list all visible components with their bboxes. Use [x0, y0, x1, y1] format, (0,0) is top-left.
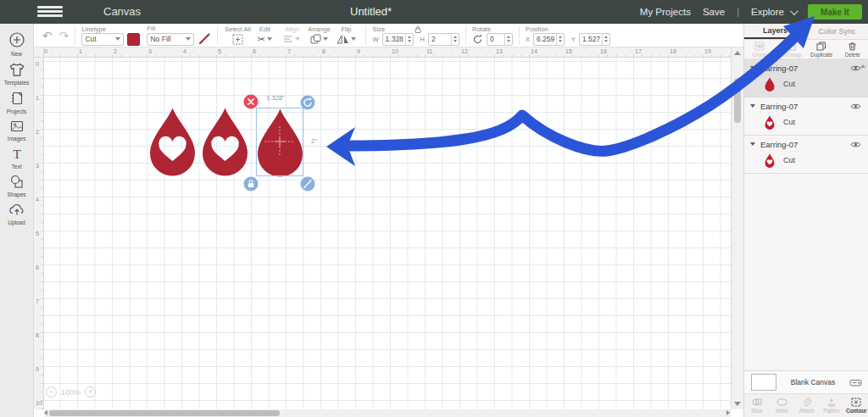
- contour-button[interactable]: Contour: [844, 398, 868, 414]
- layer-list: Earring-07 Cut Earring-07: [744, 59, 868, 174]
- panel-footer: Slice Weld Attach Flatten: [744, 393, 868, 417]
- edit-menu-button[interactable]: Edit ✂: [251, 24, 278, 47]
- tab-color-sync[interactable]: Color Sync: [806, 24, 868, 39]
- group-button[interactable]: Group: [744, 42, 776, 58]
- sidebar-item-projects[interactable]: Projects: [0, 90, 34, 114]
- my-projects-link[interactable]: My Projects: [640, 7, 691, 17]
- delete-handle[interactable]: [244, 95, 259, 109]
- visibility-eye-icon[interactable]: [850, 103, 861, 110]
- flatten-button[interactable]: Flatten: [819, 398, 843, 414]
- zoom-out-button[interactable]: −: [46, 386, 57, 398]
- blank-canvas-label: Blank Canvas: [776, 378, 849, 386]
- layer-group-3[interactable]: Earring-07 Cut: [744, 136, 868, 174]
- caret-down-icon: [115, 37, 120, 41]
- flip-label: Flip: [341, 25, 351, 33]
- height-value: 2: [429, 35, 451, 43]
- scroll-up-arrow[interactable]: [734, 51, 741, 55]
- chevron-down-icon[interactable]: [750, 66, 755, 70]
- weld-label: Weld: [776, 408, 787, 414]
- x-label: X: [526, 36, 530, 43]
- sidebar-item-upload[interactable]: Upload: [0, 202, 34, 225]
- teardrop-shape-1[interactable]: [150, 108, 195, 176]
- design-canvas[interactable]: 01234567891011121314151617181920 0123456…: [34, 47, 743, 417]
- tab-layers[interactable]: Layers: [744, 24, 806, 39]
- sidebar-item-new[interactable]: New: [0, 31, 34, 57]
- layer-row-cut[interactable]: Cut: [744, 75, 868, 93]
- sidebar-item-shapes[interactable]: Shapes: [0, 174, 34, 197]
- save-link[interactable]: Save: [703, 7, 725, 17]
- vertical-scroll-thumb[interactable]: [734, 78, 741, 123]
- layer-group-header[interactable]: Earring-07: [744, 137, 868, 151]
- top-bar: Canvas Untitled* My Projects Save | Expl…: [0, 0, 868, 24]
- chevron-down-icon: [790, 7, 798, 15]
- machine-icon[interactable]: [849, 378, 862, 387]
- layer-group-1[interactable]: Earring-07 Cut: [744, 59, 868, 97]
- sidebar-item-templates[interactable]: Templates: [0, 61, 34, 86]
- layer-row-cut[interactable]: Cut: [744, 113, 868, 131]
- scroll-right-arrow[interactable]: [726, 410, 730, 415]
- explore-dropdown[interactable]: Explore: [751, 7, 796, 17]
- width-stepper[interactable]: [405, 34, 413, 45]
- sidebar-item-images[interactable]: Images: [0, 119, 34, 142]
- rotate-stepper[interactable]: [504, 34, 512, 45]
- layer-group-2[interactable]: Earring-07 Cut: [744, 97, 868, 136]
- scroll-down-arrow[interactable]: [734, 402, 741, 406]
- duplicate-button[interactable]: Duplicate: [806, 42, 837, 58]
- y-stepper[interactable]: [602, 34, 609, 45]
- teardrop-shape-2[interactable]: [203, 108, 248, 176]
- scroll-left-arrow[interactable]: [44, 410, 47, 415]
- attach-button[interactable]: Attach: [794, 398, 819, 414]
- linetype-color-swatch[interactable]: [127, 33, 140, 46]
- horizontal-scroll-thumb[interactable]: [49, 410, 280, 416]
- paperclip-icon: [802, 398, 811, 407]
- vertical-scrollbar[interactable]: [731, 47, 743, 409]
- rotate-input[interactable]: 0: [487, 33, 513, 46]
- weld-button[interactable]: Weld: [769, 398, 793, 414]
- y-position-input[interactable]: 1.527: [579, 33, 610, 46]
- visibility-eye-icon[interactable]: [850, 141, 861, 148]
- hamburger-menu-icon[interactable]: [37, 6, 63, 18]
- align-icon: [283, 35, 293, 43]
- arrange-menu-button[interactable]: Arrange: [305, 24, 332, 47]
- ungroup-button[interactable]: UnGroup: [776, 42, 807, 58]
- layer-group-header[interactable]: Earring-07: [744, 61, 868, 75]
- horizontal-scrollbar[interactable]: [44, 409, 731, 417]
- list-scroll-up-arrow[interactable]: [860, 64, 865, 68]
- select-all-button[interactable]: Select All: [224, 24, 251, 47]
- lock-handle[interactable]: [244, 177, 259, 192]
- fill-select[interactable]: No Fill: [147, 33, 194, 46]
- align-menu-button[interactable]: Align: [278, 24, 305, 47]
- sidebar-label: Templates: [4, 80, 30, 86]
- layer-group-header[interactable]: Earring-07: [744, 99, 868, 113]
- resize-handle[interactable]: [301, 177, 315, 192]
- aspect-lock-icon[interactable]: [414, 25, 422, 33]
- width-input[interactable]: 1.328: [382, 33, 414, 46]
- delete-button[interactable]: Delete: [837, 42, 868, 58]
- chevron-down-icon[interactable]: [750, 104, 755, 108]
- left-sidebar: New Templates Projects Images T Text: [0, 24, 34, 417]
- blank-canvas-swatch[interactable]: [751, 374, 776, 391]
- rotate-icon: [472, 34, 483, 45]
- make-it-button[interactable]: Make It: [808, 4, 862, 19]
- width-label: W: [372, 36, 378, 43]
- fill-label: Fill: [147, 25, 211, 32]
- chevron-down-icon[interactable]: [750, 142, 755, 146]
- zoom-in-button[interactable]: +: [85, 386, 96, 398]
- edit-toolbar: ↶ ↷ Linetype Cut Fill No Fill Selec: [34, 24, 743, 47]
- height-input[interactable]: 2: [428, 33, 459, 46]
- x-position-input[interactable]: 6.259: [533, 33, 565, 46]
- sidebar-item-text[interactable]: T Text: [0, 146, 34, 170]
- flip-menu-button[interactable]: Flip: [332, 24, 359, 47]
- redo-button[interactable]: ↷: [59, 30, 70, 42]
- layer-row-cut[interactable]: Cut: [744, 151, 868, 170]
- linetype-group: Linetype Cut: [81, 24, 140, 47]
- pen-icon[interactable]: [198, 32, 211, 46]
- slice-label: Slice: [751, 408, 763, 414]
- undo-button[interactable]: ↶: [42, 30, 53, 42]
- height-stepper[interactable]: [451, 34, 459, 45]
- rotate-handle[interactable]: [301, 96, 315, 110]
- slice-button[interactable]: Slice: [744, 398, 769, 414]
- linetype-select[interactable]: Cut: [81, 33, 124, 46]
- layer-type-label: Cut: [783, 118, 795, 126]
- x-stepper[interactable]: [556, 34, 564, 45]
